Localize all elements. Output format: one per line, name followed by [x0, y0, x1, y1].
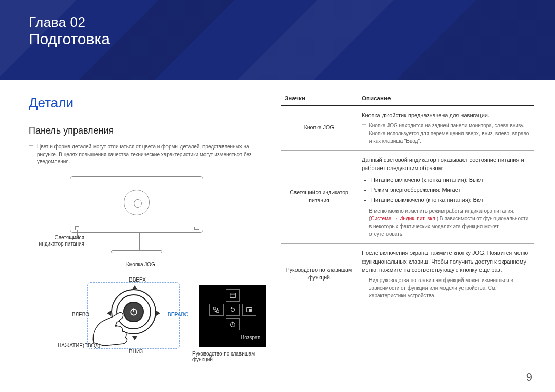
page-number: 9	[526, 370, 532, 384]
svg-rect-7	[249, 309, 251, 311]
table-head-icons: Значки	[281, 95, 358, 106]
direction-press-label: НАЖАТИЕ(ВВОД)	[58, 343, 100, 348]
row-note: Кнопка JOG находится на задней панели мо…	[362, 122, 530, 145]
direction-right-label: ВПРАВО	[168, 312, 189, 318]
direction-left-label: ВЛЕВО	[72, 312, 89, 318]
chapter-header-band: Глава 02 Подготовка	[0, 0, 555, 80]
table-row: Руководство по клавишам функций После вк…	[281, 244, 534, 305]
table-row: Светящийся индикатор питания Данный свет…	[281, 150, 534, 244]
list-item: Режим энергосбережения: Мигает	[371, 185, 530, 194]
section-title: Детали	[29, 95, 265, 111]
row-body: После включения экрана нажмите кнопку JO…	[362, 249, 530, 274]
osd-function-guide: Возврат	[199, 285, 266, 347]
table-head-desc: Описание	[358, 95, 534, 106]
row-body: Данный световой индикатор показывает сос…	[362, 156, 530, 173]
menu-path-highlight: Система → Индик. пит. вкл.	[371, 216, 436, 221]
jog-label: Кнопка JOG	[126, 262, 155, 267]
monitor-rear-diagram: Светящийся индикатор питания	[70, 174, 224, 256]
led-indicator-callout: Светящийся индикатор питания	[33, 235, 84, 247]
list-item: Питание выключено (кнопка питания): Вкл	[371, 196, 530, 204]
svg-rect-2	[230, 293, 236, 297]
list-item: Питание включено (кнопка питания): Выкл	[371, 176, 530, 184]
osd-power-icon	[226, 318, 240, 330]
svg-rect-4	[214, 307, 216, 309]
row-name: Светящийся индикатор питания	[281, 150, 358, 244]
jog-button-diagram: Кнопка JOG ВВЕРХ ВЛЕВО ВПРАВО ВНИЗ НАЖАТ…	[29, 262, 265, 369]
direction-down-label: ВНИЗ	[129, 349, 143, 354]
row-name: Кнопка JOG	[281, 106, 358, 151]
osd-menu-icon	[226, 289, 240, 302]
chapter-title: Подготовка	[29, 30, 555, 48]
osd-pip-icon	[242, 304, 256, 316]
chapter-number: Глава 02	[29, 14, 555, 30]
osd-source-icon	[209, 304, 224, 316]
row-note: Вид руководства по клавишам функций може…	[362, 276, 530, 300]
row-name: Руководство по клавишам функций	[281, 244, 358, 305]
osd-return-icon	[226, 304, 240, 316]
svg-rect-5	[217, 310, 219, 312]
disclaimer-note: Цвет и форма деталей могут отличаться от…	[29, 143, 265, 166]
osd-caption: Руководство по клавишам функций	[192, 351, 265, 362]
row-body: Кнопка-джойстик предназначена для навига…	[362, 111, 530, 120]
table-row: Кнопка JOG Кнопка-джойстик предназначена…	[281, 106, 534, 151]
hand-illustration	[89, 306, 136, 347]
osd-return-label: Возврат	[203, 334, 262, 340]
subsection-title: Панель управления	[29, 125, 265, 136]
row-note: В меню можно изменить режим работы индик…	[362, 207, 530, 238]
icons-description-table: Значки Описание Кнопка JOG Кнопка-джойст…	[281, 95, 534, 305]
direction-up-label: ВВЕРХ	[129, 277, 146, 283]
